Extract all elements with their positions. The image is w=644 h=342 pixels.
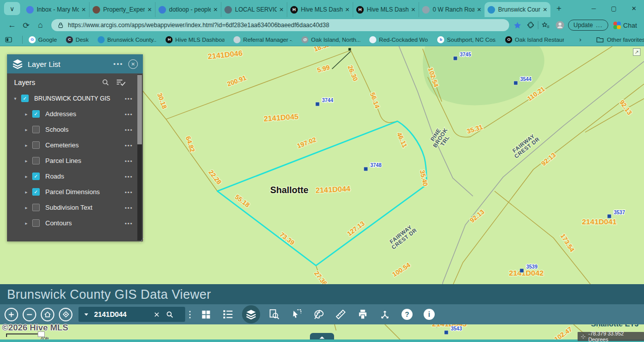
layer-menu-button[interactable]: •••	[125, 142, 133, 148]
attribute-query-button[interactable]	[263, 305, 285, 324]
parcel-search-box[interactable]	[78, 307, 185, 322]
update-button[interactable]: Update ...	[568, 20, 608, 31]
window-maximize-button[interactable]: ▢	[604, 1, 624, 16]
layer-checkbox[interactable]	[32, 157, 40, 164]
share-button[interactable]	[374, 305, 396, 324]
layer-expander-caret[interactable]: ▸	[25, 143, 32, 148]
new-tab-button[interactable]: +	[550, 4, 568, 14]
browser-tab[interactable]: Inbox - Mary Morg✕	[23, 2, 89, 17]
tab-close-icon[interactable]: ✕	[145, 7, 152, 13]
home-extent-button[interactable]	[41, 308, 54, 321]
layer-checkbox[interactable]: ✓	[32, 188, 40, 196]
window-minimize-button[interactable]: ─	[584, 1, 604, 16]
url-field[interactable]: https://www.arcgis.com/apps/webappviewer…	[51, 19, 509, 31]
search-submit-icon[interactable]	[166, 311, 174, 318]
layer-menu-button[interactable]: •••	[125, 220, 133, 226]
layer-menu-button[interactable]: •••	[125, 111, 133, 117]
layer-expander-caret[interactable]: ▸	[25, 221, 32, 226]
tab-close-icon[interactable]: ✕	[343, 7, 350, 13]
search-dropdown-caret[interactable]	[83, 311, 90, 318]
layer-list-header[interactable]: Layer List ••• ✕	[7, 54, 143, 73]
refresh-button[interactable]: ⟳	[19, 21, 33, 30]
bookmark-item[interactable]: GGoogle	[29, 36, 57, 43]
bookmark-item[interactable]: CDesk	[66, 36, 89, 43]
layer-menu-button[interactable]: •••	[125, 189, 133, 195]
bookmark-item[interactable]: OOak Island Restaur...	[505, 36, 564, 43]
browser-tab[interactable]: HHive MLS Dashboa✕	[353, 2, 419, 17]
extensions-icon[interactable]	[527, 21, 535, 29]
layer-list-button[interactable]	[242, 305, 260, 323]
tab-close-icon[interactable]: ✕	[79, 7, 86, 13]
tab-close-icon[interactable]: ✕	[211, 7, 218, 13]
layer-checkbox[interactable]: ✓	[32, 110, 40, 118]
bookmark-item[interactable]: Brunswick County...	[98, 36, 156, 43]
layer-checkbox[interactable]	[32, 126, 40, 133]
collections-icon[interactable]	[541, 21, 550, 30]
panel-resize-handle[interactable]: ⋰	[139, 237, 144, 243]
back-button[interactable]: ←	[5, 21, 19, 30]
draw-button[interactable]	[307, 305, 330, 324]
layer-menu-button[interactable]: •••	[125, 158, 133, 164]
measure-button[interactable]	[330, 305, 352, 324]
bookmark-item[interactable]: Red-Cockaded Wo...	[369, 36, 428, 43]
layer-filter-icon[interactable]	[116, 78, 126, 87]
help-button[interactable]: ?	[396, 305, 418, 324]
layer-expander-caret[interactable]: ▸	[25, 174, 32, 179]
tab-close-icon[interactable]: ✕	[540, 7, 547, 13]
zoom-out-button[interactable]	[23, 308, 36, 321]
layer-checkbox[interactable]: ✓	[32, 173, 40, 180]
layer-checkbox[interactable]	[32, 141, 40, 149]
layer-menu-button[interactable]: •••	[125, 96, 133, 102]
layer-expander-caret[interactable]: ▸	[25, 112, 32, 117]
browser-tab[interactable]: LOCAL SERVICE PR✕	[221, 2, 287, 17]
search-input[interactable]	[94, 310, 153, 318]
browser-tab[interactable]: Brunswick County✕	[485, 2, 550, 17]
tab-search-button[interactable]: ∨	[4, 2, 20, 15]
layer-expander-caret[interactable]: ▸	[25, 127, 32, 132]
my-location-button[interactable]	[59, 308, 72, 321]
tab-close-icon[interactable]: ✕	[277, 7, 284, 13]
browser-tab[interactable]: dotloop - peoplew✕	[155, 2, 221, 17]
scrollbar-thumb[interactable]	[137, 75, 142, 144]
zoom-in-button[interactable]	[5, 308, 18, 321]
bookmarks-overflow-chevron[interactable]: ›	[573, 36, 587, 43]
layer-expander-caret[interactable]: ▾	[14, 96, 21, 101]
toolbar-overflow-dots[interactable]	[189, 310, 191, 319]
layer-menu-button[interactable]: •••	[125, 174, 133, 180]
tab-close-icon[interactable]: ✕	[474, 7, 481, 13]
browser-tab[interactable]: HHive MLS Dashboa✕	[287, 2, 353, 17]
panel-close-button[interactable]: ✕	[128, 59, 138, 69]
other-favorites-button[interactable]: Other favorites	[596, 36, 644, 43]
window-close-button[interactable]: ✕	[624, 1, 644, 16]
select-features-button[interactable]	[285, 305, 307, 324]
browser-tab[interactable]: 0 W Ranch Road W✕	[419, 2, 485, 17]
chat-button[interactable]: Chat	[611, 22, 639, 29]
map-overview-toggle-icon[interactable]: ↗	[633, 48, 640, 56]
sidebar-toggle-icon[interactable]	[5, 36, 12, 43]
profile-avatar[interactable]	[555, 20, 565, 30]
basemap-gallery-button[interactable]	[195, 305, 217, 324]
layer-menu-button[interactable]: •••	[125, 205, 133, 211]
tab-close-icon[interactable]: ✕	[409, 7, 416, 13]
about-button[interactable]: i	[418, 305, 440, 324]
bookmark-star-icon[interactable]	[513, 21, 522, 30]
layer-expander-caret[interactable]: ▸	[25, 158, 32, 163]
bookmark-item[interactable]: bSouthport, NC Cos...	[437, 36, 496, 43]
search-clear-icon[interactable]	[153, 311, 160, 318]
layer-checkbox[interactable]	[32, 204, 40, 211]
layer-menu-button[interactable]: •••	[125, 127, 133, 133]
print-button[interactable]	[352, 305, 374, 324]
legend-button[interactable]	[217, 305, 239, 324]
bookmark-item[interactable]: HHive MLS Dashboa...	[166, 36, 224, 43]
layer-search-icon[interactable]	[102, 78, 110, 87]
browser-tab[interactable]: Property_Expense_✕	[89, 2, 155, 17]
attribute-table-edge[interactable]	[0, 339, 644, 342]
layer-expander-caret[interactable]: ▸	[25, 190, 32, 195]
bookmark-item[interactable]: Referral Manager -...	[233, 36, 292, 43]
layer-checkbox[interactable]	[32, 219, 40, 227]
home-button[interactable]: ⌂	[33, 21, 47, 30]
layer-expander-caret[interactable]: ▸	[25, 205, 32, 210]
bookmark-item[interactable]: @Oak Island, North...	[301, 36, 360, 43]
layer-checkbox[interactable]: ✓	[21, 95, 29, 102]
panel-menu-button[interactable]: •••	[113, 60, 123, 68]
